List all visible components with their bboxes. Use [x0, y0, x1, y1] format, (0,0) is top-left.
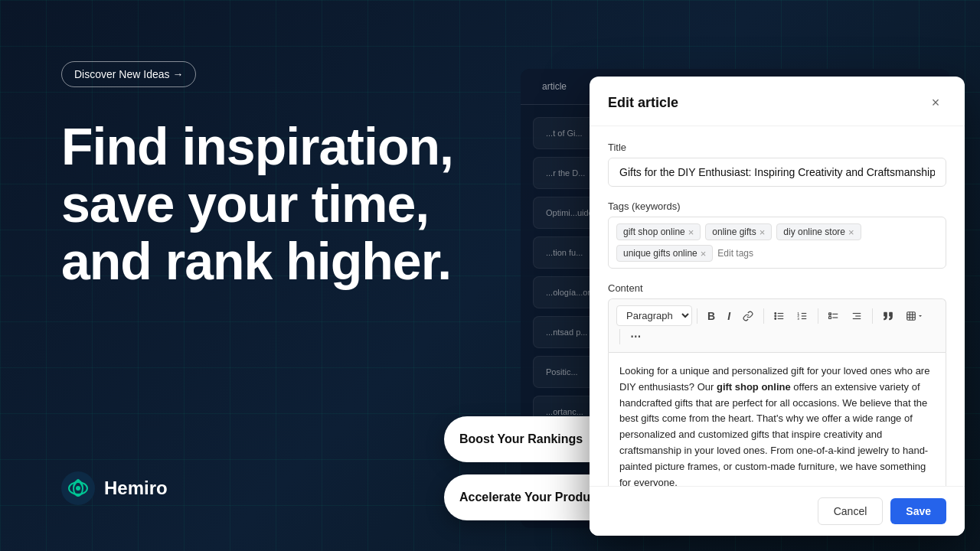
tag-remove-online-gifts[interactable]: × — [760, 227, 766, 237]
toolbar-divider-4 — [872, 308, 873, 324]
toolbar-divider-5 — [619, 329, 620, 344]
tag-online-gifts: online gifts × — [705, 223, 772, 240]
modal-title: Edit article — [608, 95, 678, 111]
modal-header: Edit article × — [590, 77, 965, 126]
save-button[interactable]: Save — [890, 498, 946, 524]
tag-remove-diy-online-store[interactable]: × — [848, 227, 854, 237]
editor-toolbar: Paragraph B I 123 — [608, 298, 946, 352]
svg-rect-20 — [829, 316, 831, 318]
paragraph-select[interactable]: Paragraph — [616, 305, 692, 326]
modal-overlay: Edit article × Title Tags (keywords) gif… — [0, 0, 980, 551]
title-input[interactable] — [608, 158, 946, 187]
svg-point-10 — [775, 312, 776, 314]
title-label: Title — [608, 142, 946, 153]
svg-point-11 — [775, 315, 776, 317]
edit-article-modal: Edit article × Title Tags (keywords) gif… — [590, 77, 965, 536]
bold-button[interactable]: B — [702, 307, 720, 325]
tags-container[interactable]: gift shop online × online gifts × diy on… — [608, 217, 946, 269]
toolbar-divider — [697, 308, 697, 324]
link-button[interactable] — [737, 308, 759, 324]
indent-button[interactable] — [846, 308, 867, 324]
svg-text:3: 3 — [798, 316, 800, 320]
toolbar-divider-3 — [818, 308, 818, 324]
tag-gift-shop-online: gift shop online × — [616, 223, 701, 240]
svg-point-12 — [775, 318, 776, 319]
checklist-button[interactable] — [823, 308, 844, 324]
svg-rect-26 — [907, 311, 916, 320]
ordered-list-button[interactable]: 123 — [792, 308, 813, 324]
toolbar-divider-2 — [763, 308, 764, 324]
tag-diy-online-store: diy online store × — [776, 223, 861, 240]
italic-button[interactable]: I — [722, 307, 736, 325]
cancel-button[interactable]: Cancel — [818, 497, 884, 525]
tag-remove-gift-shop-online[interactable]: × — [688, 227, 694, 237]
tags-field-group: Tags (keywords) gift shop online × onlin… — [608, 201, 946, 269]
tag-input[interactable] — [717, 248, 938, 259]
title-field-group: Title — [608, 142, 946, 187]
tag-remove-unique-gifts-online[interactable]: × — [701, 249, 707, 259]
tag-unique-gifts-online: unique gifts online × — [616, 245, 713, 262]
quote-button[interactable] — [877, 308, 899, 324]
more-options-button[interactable]: ⋯ — [625, 328, 646, 346]
table-button[interactable] — [900, 308, 929, 324]
modal-body: Title Tags (keywords) gift shop online ×… — [590, 126, 965, 486]
editor-content[interactable]: Looking for a unique and personalized gi… — [608, 352, 946, 486]
bullet-list-button[interactable] — [769, 308, 790, 324]
modal-close-button[interactable]: × — [925, 92, 946, 113]
content-label: Content — [608, 282, 946, 294]
content-field-group: Content Paragraph B I — [608, 282, 946, 486]
modal-footer: Cancel Save — [590, 486, 965, 536]
tags-label: Tags (keywords) — [608, 201, 946, 212]
